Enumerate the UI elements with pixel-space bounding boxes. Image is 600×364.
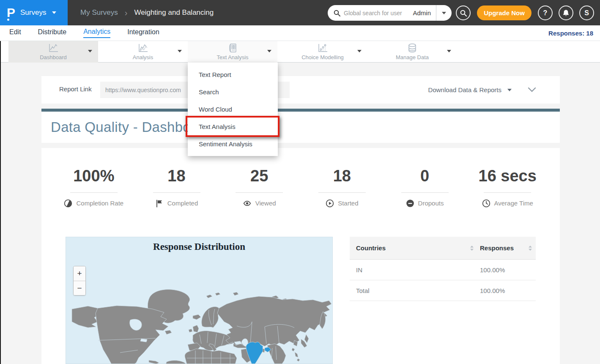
divider: [70, 192, 118, 193]
breadcrumb: My Surveys › Weighting and Balancing: [80, 0, 214, 25]
tab-dashboard[interactable]: Dashboard: [8, 41, 98, 63]
divider: [484, 192, 531, 193]
zoom-in-button[interactable]: +: [74, 266, 85, 281]
sort-icon[interactable]: [528, 245, 532, 251]
stat-average-time: 16 secs Average Time: [466, 148, 549, 208]
bell-icon: [562, 9, 570, 17]
divider: [236, 192, 283, 193]
responses-cell: 100.00%: [480, 266, 505, 274]
trend-chart-icon: [137, 43, 148, 53]
logo-dot: [7, 19, 9, 21]
table-header: Countries Responses: [350, 237, 536, 260]
menu-item-text-analysis[interactable]: Text Analysis: [188, 118, 278, 135]
responses-column-header[interactable]: Responses: [480, 244, 514, 252]
screen-edge: [0, 41, 1, 364]
survey-nav: Edit Distribute Analytics Integration Re…: [0, 25, 600, 41]
world-map-svg: [66, 286, 333, 364]
countries-column-header[interactable]: Countries: [356, 244, 386, 252]
tab-manage-data[interactable]: Manage Data: [367, 41, 457, 63]
countries-table: Countries Responses IN 100.00% Total: [350, 237, 536, 301]
text-analysis-menu: Text Report Search Word Cloud Text Analy…: [188, 63, 278, 156]
questionpro-logo: P: [7, 6, 15, 19]
nav-item-integration[interactable]: Integration: [127, 28, 159, 38]
app-screen: P Surveys My Surveys › Weighting and Bal…: [0, 0, 600, 364]
analytics-toolbar: Dashboard Analysis Text Analysis: [0, 41, 600, 63]
avatar-initial: S: [584, 9, 589, 17]
responses-cell: 100.00%: [480, 287, 505, 294]
responses-count: Responses: 18: [548, 25, 593, 41]
table-row: IN 100.00%: [350, 260, 536, 280]
report-document-icon: [227, 43, 238, 53]
stats-row: 100% Completion Rate 18: [41, 148, 560, 208]
help-button[interactable]: ?: [538, 5, 553, 20]
search-scope-dropdown[interactable]: [436, 5, 452, 21]
question-icon: ?: [543, 9, 548, 17]
minus-circle-icon: [406, 199, 414, 208]
download-data-reports-button[interactable]: Download Data & Reports: [428, 76, 512, 104]
tab-choice-modelling[interactable]: Choice Modelling: [278, 41, 367, 63]
scatter-chart-icon: [317, 43, 328, 53]
menu-item-search[interactable]: Search: [188, 83, 278, 101]
country-cell: IN: [356, 266, 362, 274]
chevron-down-icon: [442, 12, 446, 14]
top-header: P Surveys My Surveys › Weighting and Bal…: [0, 0, 600, 25]
flag-icon: [155, 199, 164, 208]
country-cell: Total: [356, 287, 370, 294]
half-circle-icon: [64, 199, 72, 208]
stat-started: 18 Started: [301, 148, 384, 208]
line-chart-icon: [48, 43, 59, 53]
search-icon: [460, 10, 467, 16]
dashboard-card: 100% Completion Rate 18: [41, 148, 560, 364]
sort-icon[interactable]: [470, 245, 474, 251]
nav-item-edit[interactable]: Edit: [9, 28, 21, 38]
breadcrumb-my-surveys[interactable]: My Surveys: [80, 8, 118, 17]
surveys-menu-button[interactable]: P Surveys: [0, 0, 68, 25]
chevron-down-icon: [267, 50, 271, 52]
collapse-chevron-icon[interactable]: [528, 87, 536, 93]
report-link-card: Report Link Download Data & Reports: [41, 76, 560, 104]
play-circle-icon: [326, 199, 334, 208]
chevron-down-icon: [507, 89, 512, 91]
map-title: Response Distribution: [66, 241, 332, 252]
tab-analysis[interactable]: Analysis: [98, 41, 188, 63]
chevron-down-icon: [178, 50, 182, 52]
report-link-label: Report Link: [59, 85, 92, 93]
divider: [401, 192, 449, 193]
chevron-down-icon: [88, 50, 92, 52]
search-button[interactable]: [456, 5, 471, 20]
menu-item-sentiment-analysis[interactable]: Sentiment Analysis: [188, 135, 278, 153]
chevron-down-icon: [447, 50, 451, 52]
eye-icon: [243, 199, 252, 208]
breadcrumb-current-survey: Weighting and Balancing: [134, 8, 214, 17]
upgrade-now-button[interactable]: Upgrade Now: [477, 5, 532, 20]
page-title: Data Quality - Dashboard: [51, 119, 211, 135]
menu-item-word-cloud[interactable]: Word Cloud: [188, 101, 278, 118]
search-icon: [334, 10, 340, 16]
notifications-button[interactable]: [559, 5, 573, 20]
menu-item-text-report[interactable]: Text Report: [188, 66, 278, 83]
stat-completion-rate: 100% Completion Rate: [52, 148, 135, 208]
surveys-menu-label: Surveys: [20, 8, 46, 17]
stat-dropouts: 0 Dropouts: [384, 148, 466, 208]
divider: [153, 192, 200, 193]
nav-item-distribute[interactable]: Distribute: [38, 28, 67, 38]
database-icon: [407, 43, 418, 53]
search-scope-label: Admin: [413, 9, 431, 16]
user-avatar[interactable]: S: [579, 5, 594, 20]
title-card: Data Quality - Dashboard: [41, 112, 560, 143]
nav-item-analytics[interactable]: Analytics: [83, 28, 110, 38]
divider: [318, 192, 366, 193]
clock-icon: [482, 199, 490, 208]
stat-viewed: 25 Viewed: [218, 148, 301, 208]
chevron-down-icon: [52, 11, 56, 14]
chevron-down-icon: [357, 50, 362, 52]
tab-text-analysis[interactable]: Text Analysis: [188, 41, 277, 63]
chevron-right-icon: ›: [125, 8, 128, 17]
global-search-box[interactable]: Admin: [328, 5, 452, 21]
table-row: Total 100.00%: [350, 280, 536, 301]
global-search-input[interactable]: [344, 10, 410, 16]
section-accent-bar: [41, 109, 560, 112]
stat-completed: 18 Completed: [135, 148, 218, 208]
response-distribution-panel: Response Distribution + −: [66, 237, 333, 364]
